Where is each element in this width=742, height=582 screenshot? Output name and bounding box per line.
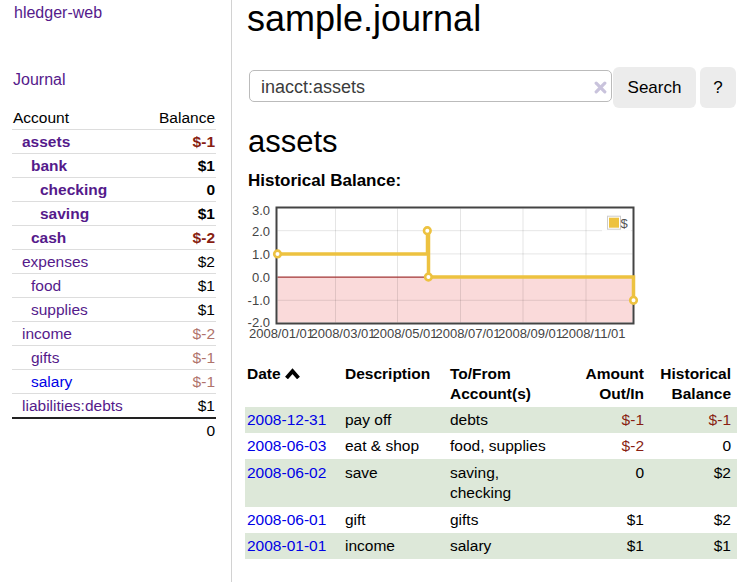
svg-text:2008/01/01: 2008/01/01 bbox=[249, 326, 314, 341]
svg-text:2008/03/01: 2008/03/01 bbox=[310, 326, 375, 341]
svg-text:$: $ bbox=[621, 216, 629, 231]
svg-text:-1.0: -1.0 bbox=[248, 293, 270, 308]
svg-text:2008/09/01: 2008/09/01 bbox=[498, 326, 563, 341]
svg-text:2008/07/01: 2008/07/01 bbox=[435, 326, 500, 341]
svg-text:2008/11/01: 2008/11/01 bbox=[561, 326, 625, 341]
svg-text:0.0: 0.0 bbox=[252, 270, 270, 285]
svg-text:2008/05/01: 2008/05/01 bbox=[372, 326, 437, 341]
svg-text:3.0: 3.0 bbox=[252, 203, 270, 218]
svg-text:1.0: 1.0 bbox=[252, 247, 270, 262]
svg-text:2.0: 2.0 bbox=[252, 224, 270, 239]
